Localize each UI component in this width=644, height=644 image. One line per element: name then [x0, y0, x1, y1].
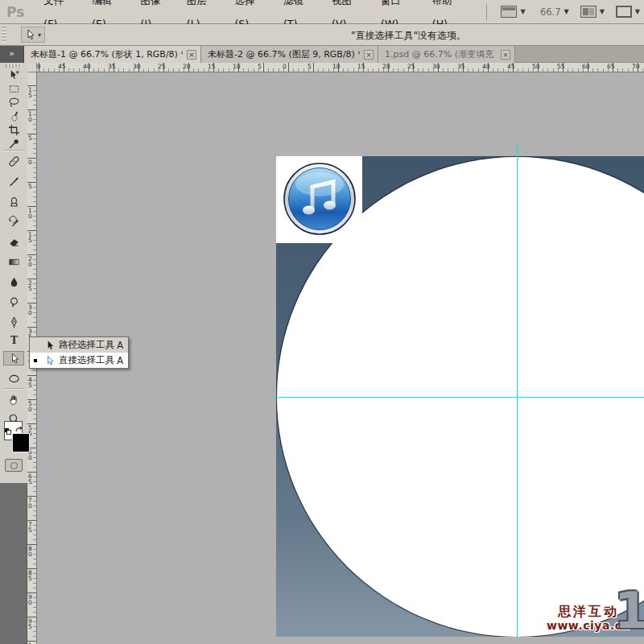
flyout-item-label: 路径选择工具 — [59, 339, 117, 351]
tool-preset-picker[interactable]: ▾ — [21, 27, 45, 43]
blur-icon — [8, 276, 20, 288]
menubar-right-cluster: ▼ 66.7 ▼ ▼ ▼ — [480, 4, 644, 20]
type-tool[interactable]: T — [3, 332, 24, 347]
watermark-numeral: 1 — [614, 586, 644, 636]
quick-mask-button[interactable] — [5, 459, 23, 472]
h-ruler-label: 45 — [507, 63, 515, 70]
brush-icon — [8, 175, 20, 188]
flyout-item-0[interactable]: 路径选择工具A — [30, 337, 128, 353]
crop-tool[interactable] — [3, 122, 24, 137]
crop-icon — [8, 124, 20, 136]
ellipse-shape-tool[interactable] — [3, 371, 24, 386]
tab-close-icon[interactable]: × — [364, 50, 374, 60]
direct-selection-arrow-icon — [44, 355, 56, 366]
v-ruler-label: 50 — [28, 401, 35, 412]
chevron-down-icon: ▼ — [564, 8, 569, 15]
tools-panel-collapse-button[interactable]: » — [0, 46, 24, 63]
clone-stamp-tool[interactable] — [3, 194, 24, 208]
v-ruler-label: 15 — [28, 232, 35, 243]
arrange-documents-button[interactable]: ▼ — [576, 4, 609, 19]
v-ruler-label: 70 — [28, 497, 35, 509]
v-ruler-label: 90 — [28, 594, 35, 605]
blur-tool[interactable] — [3, 275, 24, 289]
tab-title: 未标题-2 @ 66.7% (图层 9, RGB/8) * — [208, 48, 360, 60]
document-tab-0[interactable]: 未标题-1 @ 66.7% (形状 1, RGB/8) *× — [24, 46, 201, 63]
document-tab-2[interactable]: 1.psd @ 66.7% (渐变填充 1, RGB/8)× — [378, 46, 515, 63]
tab-title: 未标题-1 @ 66.7% (形状 1, RGB/8) * — [31, 48, 183, 60]
chevron-down-icon: ▼ — [635, 8, 640, 15]
h-ruler-label: 45 — [58, 63, 66, 70]
h-ruler-label: 35 — [108, 63, 116, 70]
v-ruler-label: 0 — [28, 159, 35, 165]
document-tabbar: 未标题-1 @ 66.7% (形状 1, RGB/8) *×未标题-2 @ 66… — [24, 46, 644, 63]
move-tool[interactable] — [3, 68, 24, 82]
itunes-icon-layer[interactable] — [276, 156, 362, 243]
horizontal-ruler[interactable]: 5045403530252015105051015202530354045505… — [37, 63, 644, 72]
spot-healing-brush-tool[interactable] — [3, 154, 24, 168]
pen-tool[interactable] — [3, 315, 24, 329]
h-ruler-label: 0 — [283, 63, 287, 70]
path-selection-arrow-icon — [44, 340, 56, 351]
background-color-swatch[interactable] — [12, 433, 30, 452]
h-ruler-label: 15 — [208, 63, 216, 70]
tool-options-bar: ▾ "直接选择工具"没有选项。 — [0, 24, 644, 46]
h-ruler-label: 40 — [83, 63, 91, 70]
h-ruler-label: 15 — [357, 63, 365, 70]
panel-grip[interactable] — [2, 27, 6, 43]
eraser-icon — [8, 236, 20, 248]
lasso-icon — [8, 97, 20, 109]
flyout-item-1[interactable]: 直接选择工具A — [30, 353, 128, 368]
ruler-origin-corner[interactable] — [27, 63, 37, 72]
clone-stamp-icon — [8, 196, 20, 208]
lasso-tool[interactable] — [3, 95, 24, 109]
tab-title: 1.psd @ 66.7% (渐变填充 1, RGB/8) — [385, 48, 497, 60]
quick-selection-tool[interactable] — [3, 109, 24, 123]
tools-dock: T — [0, 63, 27, 644]
direct-selection-tool[interactable] — [3, 351, 24, 365]
h-ruler-label: 25 — [158, 63, 166, 70]
gradient-tool[interactable] — [3, 254, 24, 269]
hand-tool[interactable] — [3, 392, 24, 407]
ellipse-shape-icon — [8, 373, 20, 385]
v-ruler-label: 65 — [28, 473, 35, 485]
v-ruler-label: 10 — [28, 111, 35, 122]
h-ruler-label: 50 — [532, 63, 540, 70]
vertical-guide[interactable] — [517, 143, 518, 637]
history-brush-icon — [8, 216, 20, 228]
eyedropper-tool[interactable] — [3, 136, 24, 151]
rectangular-marquee-icon — [8, 83, 20, 95]
h-ruler-label: 40 — [482, 63, 490, 70]
v-ruler-label: 30 — [28, 304, 35, 316]
screen-mode-button[interactable]: ▼ — [612, 4, 644, 19]
dodge-tool[interactable] — [3, 295, 24, 309]
document-tab-1[interactable]: 未标题-2 @ 66.7% (图层 9, RGB/8) *× — [201, 46, 378, 63]
quick-selection-icon — [8, 110, 20, 122]
h-ruler-label: 5 — [258, 63, 262, 70]
svg-text:T: T — [10, 334, 17, 345]
move-icon — [8, 69, 20, 81]
flyout-item-label: 直接选择工具 — [59, 354, 117, 366]
hand-icon — [8, 394, 20, 406]
eraser-tool[interactable] — [3, 234, 24, 249]
tab-close-icon[interactable]: × — [187, 50, 196, 60]
tool-separator — [2, 150, 25, 151]
direct-selection-icon — [8, 353, 20, 365]
rectangular-marquee-tool[interactable] — [3, 81, 24, 96]
brush-tool[interactable] — [3, 174, 24, 188]
photoshop-logo: Ps — [0, 4, 32, 20]
eyedropper-icon — [8, 138, 20, 150]
bridge-launch-button[interactable]: ▼ — [497, 4, 529, 19]
current-tool-bullet — [34, 359, 37, 362]
history-brush-tool[interactable] — [3, 214, 24, 229]
v-ruler-label: 20 — [28, 256, 35, 267]
pen-icon — [8, 316, 20, 328]
zoom-level-dropdown[interactable]: 66.7 ▼ — [533, 5, 573, 19]
tab-close-icon[interactable]: × — [501, 50, 510, 60]
v-ruler-label: 75 — [28, 522, 35, 533]
horizontal-guide[interactable] — [275, 397, 644, 398]
h-ruler-label: 25 — [407, 63, 415, 70]
direct-selection-arrow-icon — [25, 29, 35, 40]
h-ruler-label: 65 — [607, 63, 615, 70]
h-ruler-label: 30 — [133, 63, 141, 70]
h-ruler-label: 20 — [183, 63, 191, 70]
